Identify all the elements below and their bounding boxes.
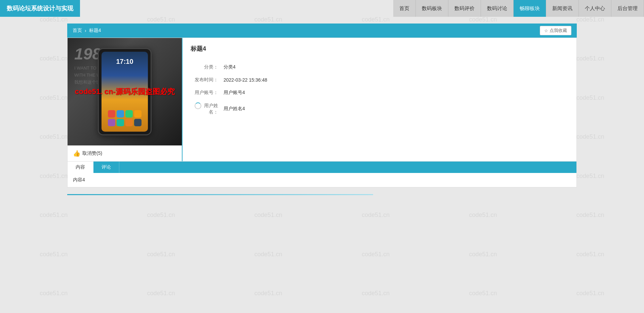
- category-label: 分类：: [191, 61, 221, 74]
- nav-item-digital-discuss[interactable]: 数码讨论: [481, 0, 514, 17]
- breadcrumb-current: 标题4: [89, 28, 101, 34]
- breadcrumb-separator: ›: [85, 28, 86, 33]
- user-name-label: 用户姓名：: [191, 99, 221, 119]
- phone-time: 17:10: [116, 58, 133, 65]
- user-account-row: 用户账号： 用户账号4: [191, 86, 568, 99]
- collect-btn-label: 点我收藏: [550, 28, 567, 34]
- like-icon: 👍: [73, 150, 80, 157]
- like-section: 👍 取消赞(5): [68, 145, 182, 161]
- main-nav: 首页 数码板块 数码评价 数码讨论 畅聊板块 新闻资讯 个人中心 后台管理: [393, 0, 644, 17]
- app-icon-5: [108, 119, 115, 126]
- tabs-section: 内容 评论 内容4: [67, 162, 577, 187]
- content-info-area: 1988 I WANT TO TALKWITH THE WORLD我想和这个世界…: [67, 38, 577, 162]
- divider-line: [67, 194, 373, 195]
- app-icon-2: [117, 110, 124, 118]
- nav-item-home[interactable]: 首页: [393, 0, 416, 17]
- breadcrumb-bar: 首页 › 标题4 ☆ 点我收藏: [67, 24, 577, 38]
- breadcrumb-home[interactable]: 首页: [73, 28, 82, 34]
- tabs-bar: 内容 评论: [68, 162, 576, 173]
- publish-time-value: 2022-03-22 15:36:48: [221, 74, 568, 86]
- collect-button[interactable]: ☆ 点我收藏: [540, 26, 571, 35]
- content-text: 内容4: [73, 177, 85, 182]
- app-icon-3: [125, 110, 133, 118]
- user-name-row: 用户姓名： 用户姓名4: [191, 99, 568, 119]
- phone-app-icons: [108, 110, 142, 126]
- nav-item-digital-blocks[interactable]: 数码板块: [416, 0, 448, 17]
- main-content: 首页 › 标题4 ☆ 点我收藏 1988 I WANT TO TALKWITH …: [0, 17, 644, 202]
- publish-time-label: 发布时间：: [191, 74, 221, 86]
- detail-title: 标题4: [191, 45, 568, 55]
- category-row: 分类： 分类4: [191, 61, 568, 74]
- loading-spinner: [195, 102, 201, 109]
- app-icon-7: [125, 119, 133, 126]
- app-icon-6: [117, 119, 124, 126]
- user-account-value: 用户账号4: [221, 86, 568, 99]
- category-value: 分类4: [221, 61, 568, 74]
- app-icon-4: [134, 110, 142, 118]
- header: 数码论坛系统设计与实现 首页 数码板块 数码评价 数码讨论 畅聊板块 新闻资讯 …: [0, 0, 644, 17]
- nav-item-admin[interactable]: 后台管理: [611, 0, 644, 17]
- user-account-label: 用户账号：: [191, 86, 221, 99]
- product-image: 1988 I WANT TO TALKWITH THE WORLD我想和这个世界…: [68, 38, 182, 145]
- user-name-value: 用户姓名4: [221, 99, 568, 119]
- image-watermark: code51. cn-源码乐园盗图必究: [75, 87, 174, 97]
- nav-item-chat[interactable]: 畅聊板块: [514, 0, 546, 17]
- detail-table: 分类： 分类4 发布时间： 2022-03-22 15:36:48 用户账号： …: [191, 61, 568, 119]
- info-section: 标题4 分类： 分类4 发布时间： 2022-03-22 15:36:48 用户…: [182, 38, 576, 161]
- app-icon-8: [134, 119, 142, 126]
- nav-item-digital-review[interactable]: 数码评价: [448, 0, 481, 17]
- site-title: 数码论坛系统设计与实现: [0, 0, 80, 17]
- nav-item-profile[interactable]: 个人中心: [579, 0, 611, 17]
- app-icon-1: [108, 110, 115, 118]
- breadcrumb: 首页 › 标题4: [73, 28, 101, 34]
- star-icon: ☆: [544, 28, 548, 33]
- tab-content-area: 内容4: [68, 173, 576, 187]
- tab-comments[interactable]: 评论: [93, 162, 119, 173]
- like-button[interactable]: 取消赞(5): [82, 150, 102, 156]
- site-title-text: 数码论坛系统设计与实现: [7, 4, 73, 12]
- publish-time-row: 发布时间： 2022-03-22 15:36:48: [191, 74, 568, 86]
- image-section: 1988 I WANT TO TALKWITH THE WORLD我想和这个世界…: [68, 38, 182, 161]
- tab-content[interactable]: 内容: [68, 162, 93, 173]
- nav-item-news[interactable]: 新闻资讯: [546, 0, 579, 17]
